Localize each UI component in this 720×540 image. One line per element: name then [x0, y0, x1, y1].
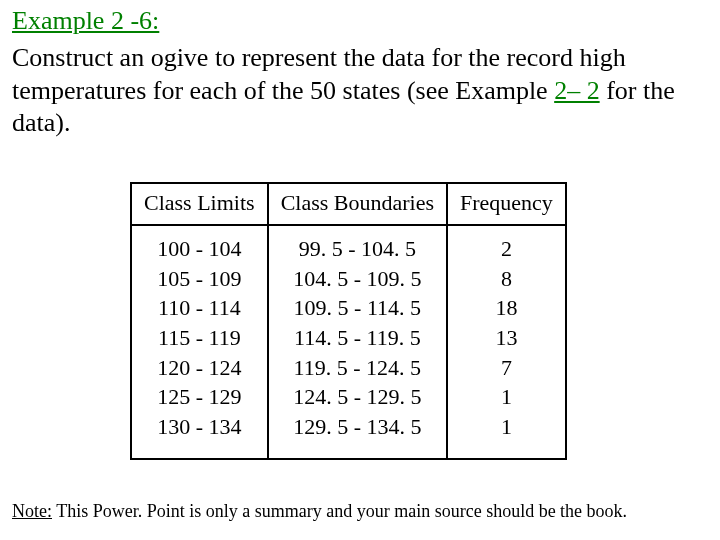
slide: Example 2 -6: Construct an ogive to repr…: [0, 0, 720, 540]
table-header-row: Class Limits Class Boundaries Frequency: [131, 183, 566, 225]
freq-lines: 2 8 18 13 7 1 1: [460, 234, 553, 442]
footnote: Note: This Power. Point is only a summar…: [12, 501, 712, 522]
example-title: Example 2 -6:: [12, 6, 159, 36]
footnote-text: This Power. Point is only a summary and …: [52, 501, 627, 521]
frequency-table: Class Limits Class Boundaries Frequency …: [130, 182, 567, 460]
header-class-limits: Class Limits: [131, 183, 268, 225]
cell-frequency: 2 8 18 13 7 1 1: [447, 225, 566, 459]
cell-class-boundaries: 99. 5 - 104. 5 104. 5 - 109. 5 109. 5 - …: [268, 225, 447, 459]
boundaries-lines: 99. 5 - 104. 5 104. 5 - 109. 5 109. 5 - …: [281, 234, 434, 442]
header-class-boundaries: Class Boundaries: [268, 183, 447, 225]
footnote-label: Note:: [12, 501, 52, 521]
cell-class-limits: 100 - 104 105 - 109 110 - 114 115 - 119 …: [131, 225, 268, 459]
example-link[interactable]: 2– 2: [554, 76, 600, 105]
table-row: 100 - 104 105 - 109 110 - 114 115 - 119 …: [131, 225, 566, 459]
body-part1: Construct an ogive to represent the data…: [12, 43, 626, 105]
limits-lines: 100 - 104 105 - 109 110 - 114 115 - 119 …: [144, 234, 255, 442]
body-text: Construct an ogive to represent the data…: [12, 42, 702, 140]
header-frequency: Frequency: [447, 183, 566, 225]
